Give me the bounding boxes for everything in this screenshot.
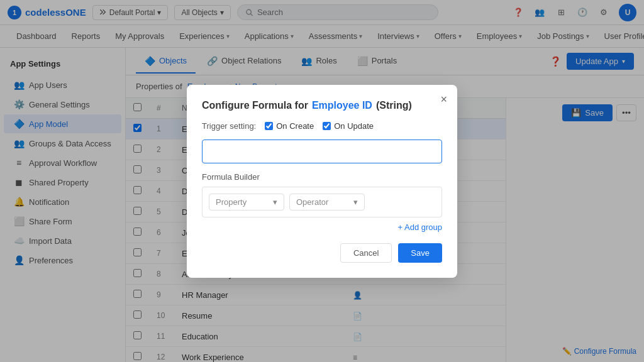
formula-builder-label: Formula Builder [202, 172, 442, 182]
operator-select[interactable]: Operator ▾ [289, 194, 365, 211]
modal-overlay: Configure Formula for Employee ID (Strin… [0, 0, 644, 362]
modal-cancel-button[interactable]: Cancel [340, 243, 392, 263]
add-group-link[interactable]: + Add group [202, 222, 442, 232]
trigger-on-create[interactable]: On Create [265, 121, 314, 131]
trigger-on-update[interactable]: On Update [323, 121, 374, 131]
trigger-setting-row: Trigger setting: On Create On Update [202, 121, 442, 131]
modal-footer: Cancel Save [202, 243, 442, 263]
on-create-checkbox[interactable] [265, 122, 273, 130]
modal-title: Configure Formula for Employee ID (Strin… [202, 100, 442, 111]
modal-field-name: Employee ID [312, 100, 372, 111]
configure-formula-modal: Configure Formula for Employee ID (Strin… [187, 85, 457, 278]
trigger-label: Trigger setting: [202, 121, 256, 131]
formula-text-input[interactable] [202, 140, 442, 163]
modal-close-button[interactable]: × [440, 94, 447, 105]
modal-save-button[interactable]: Save [398, 243, 442, 263]
formula-builder-row: Property ▾ Operator ▾ [202, 187, 442, 217]
property-select[interactable]: Property ▾ [209, 194, 284, 211]
on-update-checkbox[interactable] [323, 122, 331, 130]
